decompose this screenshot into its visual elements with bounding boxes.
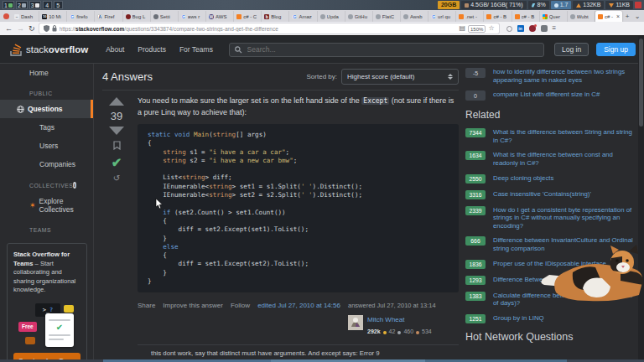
linked-link[interactable]: how to identify difference between two s… [493,68,635,84]
author-link[interactable]: Mitch Wheat [367,315,432,326]
header-nav-about[interactable]: About [100,42,130,57]
workspace-button[interactable]: 3 [29,1,41,9]
account-icon[interactable] [541,25,548,32]
browser-tab[interactable]: Wubt [568,11,595,22]
so-favicon [486,14,491,19]
related-link[interactable]: Proper use of the IDisposable interface [493,260,606,268]
browser-tab[interactable]: Gaws r [179,11,206,22]
browser-tab[interactable]: Quer [540,11,568,22]
sort-dropdown[interactable]: Highest score (default) [341,69,459,85]
browser-tab[interactable]: Upda [318,11,345,22]
forward-button[interactable]: → [17,25,24,33]
related-link[interactable]: What is the difference between const and… [493,151,635,167]
upvote-button[interactable] [109,97,124,106]
downvote-button[interactable] [109,127,124,135]
browser-tab[interactable]: bBlog [262,11,289,22]
sidebar-item-explore-collectives[interactable]: ✶Explore Collectives [0,192,93,219]
bookmark-star-icon[interactable]: ☆ [488,25,494,32]
menu-hamburger-icon[interactable]: ≡ [553,25,557,32]
follow-link[interactable]: Follow [231,301,250,312]
browser-tab[interactable]: c# - C [234,11,262,22]
history-icon[interactable]: ↺ [113,174,120,183]
inline-code: Except [361,97,389,105]
share-link[interactable]: Share [138,301,155,312]
browser-tab[interactable]: c# - B [512,11,540,22]
sidebar-item-tags[interactable]: Tags [0,118,93,137]
related-question: 1293Difference Between Select and Select… [465,276,635,285]
new-tab-button[interactable]: + [622,11,632,22]
login-button[interactable]: Log in [554,43,589,57]
bolt-icon [532,3,536,8]
reputation-row: 292k 42 460 534 [367,327,432,338]
reload-button[interactable]: ↻ [29,25,35,33]
related-link[interactable]: Calculate difference between two dates (… [493,292,635,308]
browser-tab[interactable]: Bug L [123,11,151,22]
workspace-button[interactable]: 5 [54,1,63,9]
linked-link[interactable]: compare List with different size in C# [493,90,600,99]
workspace-button[interactable]: 4 [43,1,52,9]
header-nav-products[interactable]: Products [132,42,172,57]
ms-favicon [543,14,548,19]
user-card: Mitch Wheat 292k 42 460 534 [348,315,459,338]
browser-tab[interactable]: ~Dash [12,11,39,22]
page-scrollbar[interactable] [638,36,644,359]
firefox-menu-icon[interactable] [3,13,9,19]
related-question: 666Difference between InvariantCulture a… [465,236,635,252]
browser-tab[interactable]: AFiref [95,11,122,22]
header-nav-for-teams[interactable]: For Teams [174,42,219,57]
bookmark-icon[interactable] [113,141,121,150]
stackoverflow-logo[interactable]: stackoverflow [10,43,88,56]
related-link[interactable]: How do I get a consistent byte represent… [493,206,635,230]
reader-mode-icon[interactable]: ▤ [459,25,465,32]
sidebar-item-home[interactable]: Home [0,64,93,82]
tab-close-button[interactable]: × [616,13,620,19]
related-link[interactable]: Group by in LINQ [493,314,544,323]
lock-icon[interactable] [52,25,57,32]
browser-tab[interactable]: Gurl qu [428,11,456,22]
sidebar-item-users[interactable]: Users [0,137,93,155]
browser-tab[interactable]: c# - B [484,11,512,22]
browser-tab[interactable]: FlatC [373,11,401,22]
workspace-button[interactable]: 1 [3,1,14,9]
browser-tab[interactable]: .net - [456,11,484,22]
back-button[interactable]: ← [5,25,13,33]
zoom-level-badge[interactable]: 150% [468,25,486,33]
browser-tab[interactable]: 1010 Mi [39,11,67,22]
browser-tab[interactable]: Gfirefo [67,11,95,22]
tab-list-button[interactable]: ⌄ [632,11,642,22]
related-link[interactable]: What is the difference between String an… [493,128,635,144]
browser-tab[interactable]: c# - × [595,11,622,22]
browser-tab[interactable]: WAWS [206,11,234,22]
search-input[interactable] [246,44,538,54]
tab-title: Bug L [132,14,148,19]
score-badge: 7344 [465,128,486,137]
signup-button[interactable]: Sign up [596,43,636,57]
notification-extension-icon[interactable] [529,25,536,32]
related-link[interactable]: Difference Between Select and SelectMany [493,276,619,284]
related-link[interactable]: Difference between InvariantCulture and … [493,236,635,252]
tab-title: c# - [605,14,615,19]
workspace-button[interactable]: 2 [16,1,28,9]
search-box[interactable] [229,43,544,57]
related-link[interactable]: Case insensitive 'Contains(string)' [493,190,591,199]
improve-this-answer-link[interactable]: Improve this answer [163,301,223,312]
url-field[interactable]: https://stackoverflow.com/questions/3343… [39,23,499,34]
browser-tab[interactable]: GAmaz [289,11,317,22]
shield-icon[interactable] [44,25,49,32]
browser-url-bar: ← → ↻ https://stackoverflow.com/question… [0,22,644,36]
google-favicon: G [181,14,186,19]
related-link[interactable]: Deep cloning objects [493,174,553,183]
info-icon[interactable]: i [73,182,76,189]
browser-tab[interactable]: Awsb [401,11,428,22]
sidebar-item-questions[interactable]: Questions [0,100,93,118]
related-question: 3316Case insensitive 'Contains(string)' [465,190,635,199]
sidebar-section-public: PUBLIC [0,82,93,100]
scrollbar-thumb[interactable] [639,39,643,127]
extension-circle-icon[interactable] [506,26,512,32]
sidebar-item-companies[interactable]: Companies [0,155,93,173]
edited-link[interactable]: edited Jul 27, 2010 at 14:56 [250,301,348,312]
avatar[interactable] [348,315,363,330]
browser-tab[interactable]: Setti [151,11,179,22]
linkedin-extension-icon[interactable]: in [517,25,524,32]
browser-tab[interactable]: GitHu [345,11,373,22]
